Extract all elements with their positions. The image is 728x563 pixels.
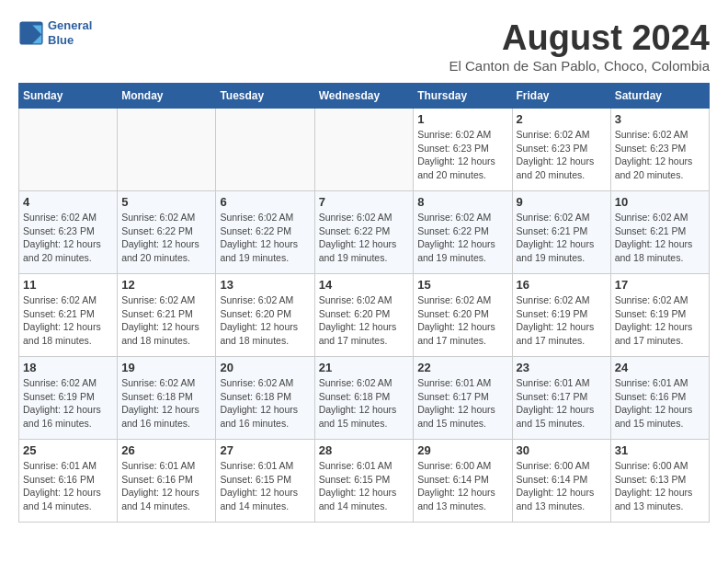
- weekday-header-wednesday: Wednesday: [314, 84, 414, 109]
- calendar-table: SundayMondayTuesdayWednesdayThursdayFrid…: [18, 83, 710, 523]
- day-number: 11: [23, 278, 113, 292]
- logo: General Blue: [18, 18, 92, 47]
- day-number: 29: [417, 443, 507, 457]
- day-number: 15: [417, 278, 507, 292]
- day-number: 30: [517, 443, 607, 457]
- day-number: 21: [319, 361, 410, 374]
- calendar-cell: 14Sunrise: 6:02 AM Sunset: 6:20 PM Dayli…: [314, 274, 414, 357]
- calendar-cell: 3Sunrise: 6:02 AM Sunset: 6:23 PM Daylig…: [610, 109, 709, 191]
- day-info: Sunrise: 6:02 AM Sunset: 6:19 PM Dayligh…: [517, 293, 607, 348]
- page-header: General Blue August 2024 El Canton de Sa…: [18, 18, 710, 74]
- calendar-cell: 8Sunrise: 6:02 AM Sunset: 6:22 PM Daylig…: [414, 191, 512, 274]
- day-number: 2: [517, 112, 607, 126]
- calendar-cell: 29Sunrise: 6:00 AM Sunset: 6:14 PM Dayli…: [414, 440, 512, 523]
- day-number: 1: [417, 112, 507, 126]
- calendar-week-row: 1Sunrise: 6:02 AM Sunset: 6:23 PM Daylig…: [19, 109, 710, 191]
- day-number: 14: [319, 278, 410, 292]
- day-info: Sunrise: 6:02 AM Sunset: 6:23 PM Dayligh…: [417, 128, 507, 182]
- day-info: Sunrise: 6:01 AM Sunset: 6:15 PM Dayligh…: [220, 459, 310, 513]
- day-info: Sunrise: 6:02 AM Sunset: 6:21 PM Dayligh…: [23, 293, 113, 348]
- calendar-cell: 4Sunrise: 6:02 AM Sunset: 6:23 PM Daylig…: [19, 191, 118, 274]
- day-number: 13: [220, 278, 310, 292]
- day-info: Sunrise: 6:00 AM Sunset: 6:13 PM Dayligh…: [615, 459, 705, 513]
- day-info: Sunrise: 6:02 AM Sunset: 6:22 PM Dayligh…: [121, 211, 211, 265]
- day-number: 20: [220, 361, 310, 374]
- day-number: 26: [121, 443, 211, 457]
- day-number: 24: [615, 361, 705, 374]
- calendar-cell: 10Sunrise: 6:02 AM Sunset: 6:21 PM Dayli…: [610, 191, 709, 274]
- calendar-cell: 28Sunrise: 6:01 AM Sunset: 6:15 PM Dayli…: [314, 440, 414, 523]
- calendar-cell: 2Sunrise: 6:02 AM Sunset: 6:23 PM Daylig…: [512, 109, 610, 191]
- day-info: Sunrise: 6:01 AM Sunset: 6:17 PM Dayligh…: [417, 376, 507, 431]
- day-info: Sunrise: 6:02 AM Sunset: 6:22 PM Dayligh…: [417, 211, 507, 265]
- day-number: 23: [517, 361, 607, 374]
- day-number: 4: [23, 195, 113, 209]
- day-info: Sunrise: 6:02 AM Sunset: 6:21 PM Dayligh…: [517, 211, 607, 265]
- day-info: Sunrise: 6:02 AM Sunset: 6:18 PM Dayligh…: [319, 376, 410, 431]
- calendar-cell: 6Sunrise: 6:02 AM Sunset: 6:22 PM Daylig…: [216, 191, 314, 274]
- day-number: 18: [23, 361, 113, 374]
- calendar-cell: 16Sunrise: 6:02 AM Sunset: 6:19 PM Dayli…: [512, 274, 610, 357]
- day-number: 31: [615, 443, 705, 457]
- calendar-cell: 31Sunrise: 6:00 AM Sunset: 6:13 PM Dayli…: [610, 440, 709, 523]
- day-info: Sunrise: 6:02 AM Sunset: 6:22 PM Dayligh…: [319, 211, 410, 265]
- day-info: Sunrise: 6:02 AM Sunset: 6:19 PM Dayligh…: [23, 376, 113, 431]
- title-area: August 2024 El Canton de San Pablo, Choc…: [449, 18, 710, 74]
- calendar-cell: 21Sunrise: 6:02 AM Sunset: 6:18 PM Dayli…: [314, 357, 414, 440]
- calendar-cell: 13Sunrise: 6:02 AM Sunset: 6:20 PM Dayli…: [216, 274, 314, 357]
- day-info: Sunrise: 6:02 AM Sunset: 6:20 PM Dayligh…: [319, 293, 410, 348]
- calendar-cell: [314, 109, 414, 191]
- day-info: Sunrise: 6:02 AM Sunset: 6:18 PM Dayligh…: [220, 376, 310, 431]
- calendar-week-row: 18Sunrise: 6:02 AM Sunset: 6:19 PM Dayli…: [19, 357, 710, 440]
- calendar-cell: [216, 109, 314, 191]
- calendar-cell: 27Sunrise: 6:01 AM Sunset: 6:15 PM Dayli…: [216, 440, 314, 523]
- calendar-cell: 20Sunrise: 6:02 AM Sunset: 6:18 PM Dayli…: [216, 357, 314, 440]
- day-info: Sunrise: 6:02 AM Sunset: 6:20 PM Dayligh…: [417, 293, 507, 348]
- day-info: Sunrise: 6:02 AM Sunset: 6:19 PM Dayligh…: [615, 293, 705, 348]
- day-info: Sunrise: 6:02 AM Sunset: 6:21 PM Dayligh…: [121, 293, 211, 348]
- day-info: Sunrise: 6:00 AM Sunset: 6:14 PM Dayligh…: [517, 459, 607, 513]
- day-number: 8: [417, 195, 507, 209]
- location: El Canton de San Pablo, Choco, Colombia: [449, 58, 710, 74]
- day-info: Sunrise: 6:01 AM Sunset: 6:16 PM Dayligh…: [23, 459, 113, 513]
- calendar-cell: [118, 109, 216, 191]
- day-info: Sunrise: 6:01 AM Sunset: 6:16 PM Dayligh…: [121, 459, 211, 513]
- day-number: 19: [121, 361, 211, 374]
- calendar-week-row: 11Sunrise: 6:02 AM Sunset: 6:21 PM Dayli…: [19, 274, 710, 357]
- day-info: Sunrise: 6:02 AM Sunset: 6:23 PM Dayligh…: [517, 128, 607, 182]
- logo-icon: [18, 20, 44, 46]
- calendar-cell: 24Sunrise: 6:01 AM Sunset: 6:16 PM Dayli…: [610, 357, 709, 440]
- weekday-header-friday: Friday: [512, 84, 610, 109]
- day-info: Sunrise: 6:00 AM Sunset: 6:14 PM Dayligh…: [417, 459, 507, 513]
- calendar-cell: 22Sunrise: 6:01 AM Sunset: 6:17 PM Dayli…: [414, 357, 512, 440]
- day-number: 28: [319, 443, 410, 457]
- day-number: 10: [615, 195, 705, 209]
- day-info: Sunrise: 6:02 AM Sunset: 6:21 PM Dayligh…: [615, 211, 705, 265]
- calendar-cell: 18Sunrise: 6:02 AM Sunset: 6:19 PM Dayli…: [19, 357, 118, 440]
- weekday-header-row: SundayMondayTuesdayWednesdayThursdayFrid…: [19, 84, 710, 109]
- day-number: 12: [121, 278, 211, 292]
- calendar-cell: 1Sunrise: 6:02 AM Sunset: 6:23 PM Daylig…: [414, 109, 512, 191]
- weekday-header-thursday: Thursday: [414, 84, 512, 109]
- day-number: 5: [121, 195, 211, 209]
- weekday-header-saturday: Saturday: [610, 84, 709, 109]
- calendar-cell: 9Sunrise: 6:02 AM Sunset: 6:21 PM Daylig…: [512, 191, 610, 274]
- calendar-week-row: 25Sunrise: 6:01 AM Sunset: 6:16 PM Dayli…: [19, 440, 710, 523]
- logo-text: General Blue: [48, 18, 92, 47]
- calendar-cell: 19Sunrise: 6:02 AM Sunset: 6:18 PM Dayli…: [118, 357, 216, 440]
- day-number: 7: [319, 195, 410, 209]
- calendar-week-row: 4Sunrise: 6:02 AM Sunset: 6:23 PM Daylig…: [19, 191, 710, 274]
- day-number: 16: [517, 278, 607, 292]
- calendar-cell: 26Sunrise: 6:01 AM Sunset: 6:16 PM Dayli…: [118, 440, 216, 523]
- calendar-cell: 25Sunrise: 6:01 AM Sunset: 6:16 PM Dayli…: [19, 440, 118, 523]
- day-number: 9: [517, 195, 607, 209]
- day-info: Sunrise: 6:01 AM Sunset: 6:16 PM Dayligh…: [615, 376, 705, 431]
- weekday-header-monday: Monday: [118, 84, 216, 109]
- calendar-cell: 17Sunrise: 6:02 AM Sunset: 6:19 PM Dayli…: [610, 274, 709, 357]
- calendar-cell: 15Sunrise: 6:02 AM Sunset: 6:20 PM Dayli…: [414, 274, 512, 357]
- day-info: Sunrise: 6:02 AM Sunset: 6:20 PM Dayligh…: [220, 293, 310, 348]
- calendar-cell: 5Sunrise: 6:02 AM Sunset: 6:22 PM Daylig…: [118, 191, 216, 274]
- day-info: Sunrise: 6:02 AM Sunset: 6:23 PM Dayligh…: [23, 211, 113, 265]
- day-number: 3: [615, 112, 705, 126]
- day-info: Sunrise: 6:02 AM Sunset: 6:23 PM Dayligh…: [615, 128, 705, 182]
